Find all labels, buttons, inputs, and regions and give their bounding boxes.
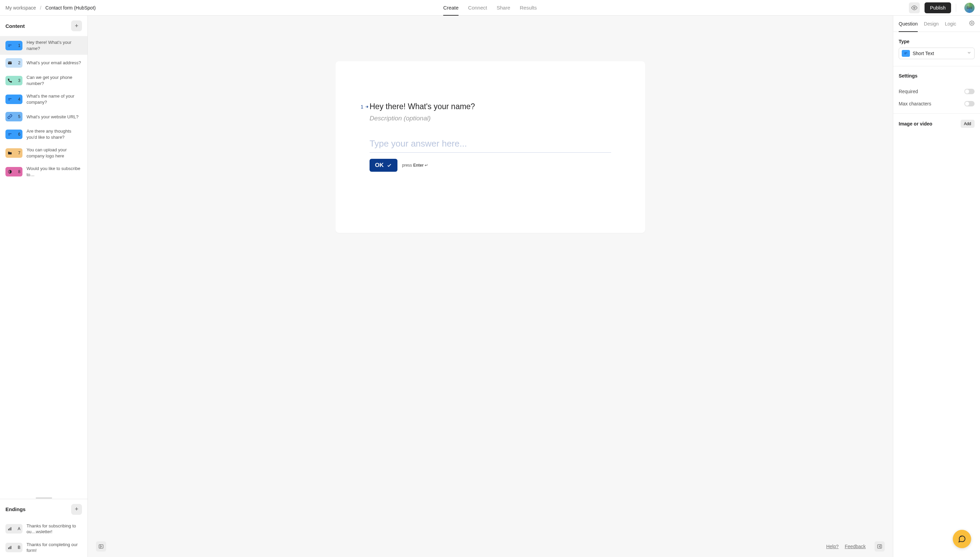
chat-icon [958,535,966,543]
required-label: Required [899,89,918,94]
item-badge: 8 [5,167,23,176]
item-number: 3 [18,78,20,83]
endings-heading: Endings [5,507,26,512]
item-label: Can we get your phone number? [26,75,82,86]
question-item[interactable]: 7You can upload your company logo here [0,143,87,162]
publish-button[interactable]: Publish [924,2,951,13]
endings-list: AThanks for subscribing to ou…wsletter!B… [0,520,87,557]
item-badge: 7 [5,148,23,158]
add-question-button[interactable]: + [71,20,82,31]
short-text-icon [902,50,910,57]
max-chars-toggle[interactable] [964,101,975,106]
tab-connect[interactable]: Connect [468,0,487,15]
sidebar-right: Question Design Logic Type Short Text Se… [893,16,980,557]
svg-rect-10 [10,528,10,531]
collapse-left-button[interactable] [96,541,106,552]
ending-item[interactable]: BThanks for completing our form! [0,538,87,557]
rtab-logic[interactable]: Logic [945,16,956,32]
question-card: 1 Hey there! What's your name? Descripti… [335,61,645,233]
item-label: Would you like to subscribe to… [26,166,82,178]
settings-gear-button[interactable] [969,20,975,27]
question-item[interactable]: 5What's your website URL? [0,109,87,125]
ending-item[interactable]: AThanks for subscribing to ou…wsletter! [0,520,87,538]
question-item[interactable]: 8Would you like to subscribe to… [0,162,87,181]
item-number: 5 [18,114,20,119]
settings-label: Settings [899,73,975,78]
required-toggle[interactable] [964,89,975,94]
tab-share[interactable]: Share [497,0,510,15]
help-fab[interactable] [953,530,971,548]
help-link[interactable]: Help? [826,544,839,549]
question-number: 1 [361,104,369,109]
folder-icon [8,151,12,155]
chevron-down-icon [967,50,972,57]
breadcrumb-workspace[interactable]: My workspace [5,5,36,11]
add-media-button[interactable]: Add [960,120,975,128]
item-number: B [18,545,20,550]
svg-rect-9 [8,529,9,531]
preview-button[interactable] [909,2,920,13]
item-badge: B [5,543,23,552]
item-label: You can upload your company logo here [26,147,82,159]
question-item[interactable]: 3Can we get your phone number? [0,71,87,90]
question-list: 1Hey there! What's your name?2What's you… [0,36,87,497]
svg-rect-14 [11,546,11,549]
item-number: 6 [18,132,20,137]
question-item[interactable]: 2What's your email address? [0,55,87,71]
avatar[interactable]: RH [964,3,975,13]
ok-button[interactable]: OK [369,159,397,172]
max-chars-label: Max characters [899,101,931,106]
rtab-question[interactable]: Question [899,16,918,32]
add-ending-button[interactable]: + [71,504,82,515]
item-badge: 4 [5,94,23,104]
answer-input[interactable] [369,136,611,153]
gear-icon [969,20,975,26]
eye-icon [911,5,917,11]
question-item[interactable]: 6Are there any thoughts you'd like to sh… [0,125,87,143]
check-icon [387,163,392,168]
type-picker[interactable]: Short Text [899,47,975,59]
breadcrumb-separator: / [40,5,41,11]
item-label: What's the name of your company? [26,93,82,105]
item-number: 4 [18,97,20,102]
item-label: Thanks for subscribing to ou…wsletter! [26,523,82,535]
tab-results[interactable]: Results [519,0,537,15]
bars-icon [8,526,12,531]
question-item[interactable]: 4What's the name of your company? [0,90,87,109]
item-label: What's your email address? [26,60,81,66]
question-item[interactable]: 1Hey there! What's your name? [0,36,87,55]
media-label: Image or video [899,121,933,127]
panel-left-icon [98,544,104,549]
feedback-link[interactable]: Feedback [845,544,866,549]
item-badge: 1 [5,41,23,50]
item-number: 2 [18,60,20,65]
item-badge: 5 [5,112,23,121]
type-label: Type [899,39,975,44]
top-bar: My workspace / Contact form (HubSpot) Cr… [0,0,980,16]
panel-right-icon [877,544,882,549]
arrow-right-icon [365,105,369,109]
sidebar-left: Content + 1Hey there! What's your name?2… [0,16,88,557]
content-heading: Content [5,23,25,29]
item-label: Thanks for completing our form! [26,542,82,554]
link-icon [8,114,12,119]
breadcrumb-title[interactable]: Contact form (HubSpot) [45,5,96,11]
bars-icon [8,545,12,550]
item-label: Hey there! What's your name? [26,39,82,51]
question-description[interactable]: Description (optional) [369,115,611,122]
breadcrumb: My workspace / Contact form (HubSpot) [5,5,96,11]
svg-rect-3 [8,62,12,64]
rtab-design[interactable]: Design [924,16,939,32]
question-title[interactable]: Hey there! What's your name? [369,102,611,111]
item-number: 8 [18,169,20,174]
divider [956,4,956,12]
item-badge: A [5,524,23,534]
collapse-right-button[interactable] [874,541,885,552]
tab-create[interactable]: Create [443,0,459,15]
ok-hint: press Enter ↵ [402,163,428,168]
item-badge: 2 [5,58,23,68]
canvas: 1 Hey there! What's your name? Descripti… [88,16,893,557]
item-number: A [18,526,20,531]
item-number: 7 [18,151,20,155]
item-label: What's your website URL? [26,114,78,120]
